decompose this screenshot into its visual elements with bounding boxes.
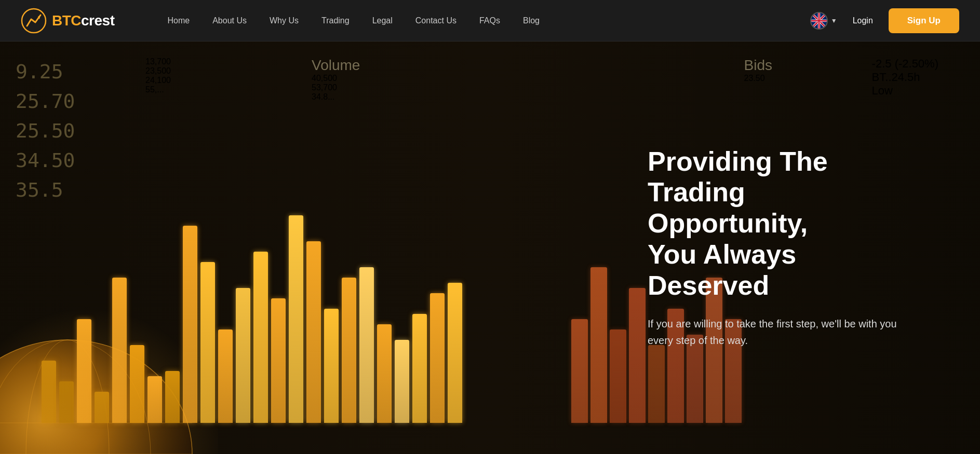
nav-legal[interactable]: Legal — [361, 0, 404, 42]
nav-home[interactable]: Home — [156, 0, 201, 42]
hero-subtitle: If you are willing to take the first ste… — [648, 315, 918, 349]
chart-bar-right — [590, 267, 607, 423]
chart-bar — [147, 376, 162, 423]
chart-bar — [253, 252, 268, 423]
language-selector[interactable]: ▼ — [810, 12, 837, 30]
chart-bar — [395, 340, 409, 423]
bg-numbers-col4: Bids 23.50 — [744, 57, 772, 83]
chart-bar — [359, 267, 374, 423]
chart-bars — [0, 70, 668, 423]
chart-bar — [42, 361, 56, 423]
chart-bar — [95, 392, 109, 423]
chart-bar-right — [610, 329, 626, 423]
chart-bar — [324, 309, 339, 423]
nav-why[interactable]: Why Us — [258, 0, 310, 42]
logo-icon — [21, 8, 47, 34]
chart-bar — [412, 314, 427, 423]
chart-bar — [218, 329, 233, 423]
chart-bar — [200, 262, 215, 423]
bg-numbers-col3: Volume 40,500 53,700 34.8... — [312, 57, 360, 102]
nav-trading[interactable]: Trading — [310, 0, 361, 42]
chart-bar-right — [571, 319, 588, 423]
navbar: BTCcrest Home About Us Why Us Trading Le… — [0, 0, 980, 42]
chart-bar — [430, 293, 445, 423]
chart-bar — [271, 298, 286, 423]
nav-blog[interactable]: Blog — [512, 0, 551, 42]
chart-bar — [112, 278, 127, 423]
signup-button[interactable]: Sign Up — [889, 8, 959, 33]
chart-bar — [59, 381, 74, 423]
nav-contact[interactable]: Contact Us — [404, 0, 468, 42]
svg-rect-18 — [811, 20, 827, 21]
bg-numbers-col1: 9.25 25.70 25.50 34.50 35.5 — [16, 57, 75, 205]
logo[interactable]: BTCcrest — [21, 8, 114, 34]
chart-bar — [377, 324, 392, 423]
chart-bar — [165, 371, 180, 423]
bg-numbers-col2: 13,700 23,500 24,100 55,... — [145, 57, 171, 94]
chart-bar — [130, 345, 144, 423]
chart-bar — [448, 283, 462, 423]
logo-text: BTCcrest — [52, 12, 114, 29]
language-chevron: ▼ — [831, 17, 837, 24]
flag-icon — [810, 12, 828, 30]
hero-section: 9.25 25.70 25.50 34.50 35.5 13,700 23,50… — [0, 0, 980, 454]
chart-bar — [306, 241, 321, 423]
nav-faqs[interactable]: FAQs — [468, 0, 512, 42]
chart-bar — [236, 288, 250, 423]
login-button[interactable]: Login — [848, 16, 878, 25]
nav-right: ▼ Login Sign Up — [810, 8, 959, 33]
chart-bar — [289, 215, 303, 423]
chart-bar — [183, 226, 197, 423]
bg-numbers-col5: -2.5 (-2.50%) BT..24.5h Low — [872, 57, 938, 98]
hero-title: Providing The Trading Opportunity, You A… — [648, 146, 918, 301]
chart-bar-right — [648, 345, 665, 423]
nav-about[interactable]: About Us — [201, 0, 258, 42]
chart-bar — [342, 278, 356, 423]
nav-links: Home About Us Why Us Trading Legal Conta… — [156, 0, 810, 42]
chart-bar — [77, 319, 91, 423]
chart-bar-right — [629, 288, 646, 423]
hero-content: Providing The Trading Opportunity, You A… — [648, 146, 918, 349]
